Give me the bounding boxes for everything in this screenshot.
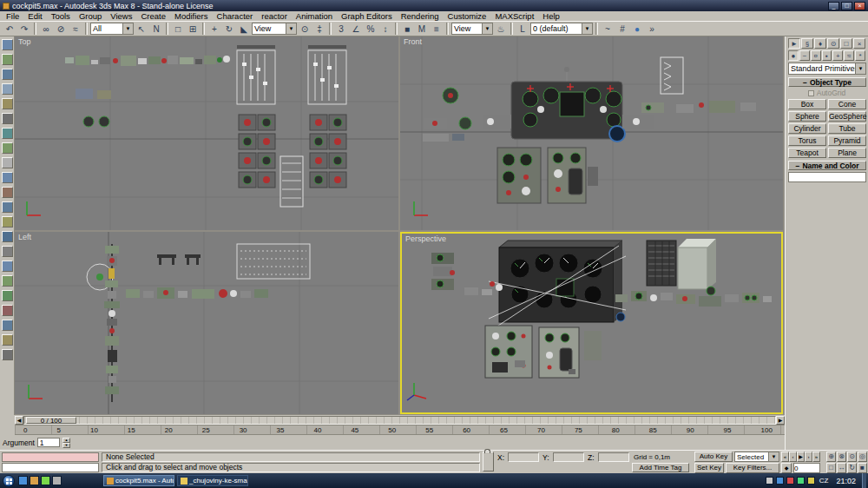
close-button[interactable]: × [854,2,865,10]
menu-maxscript[interactable]: MAXScript [490,11,538,21]
top-viewport-canvas[interactable] [15,36,398,230]
quick-render-icon[interactable]: » [645,23,659,36]
named-selection-sets-icon[interactable]: ■ [400,23,414,36]
reactor-plane-icon[interactable] [2,157,13,168]
tray-icon[interactable] [797,477,805,485]
selection-filter-dropdown[interactable]: All▼ [90,23,134,35]
category-lights-icon[interactable]: ¤ [811,50,821,61]
layer-manager-icon[interactable]: L [516,23,529,36]
category-shapes-icon[interactable]: ~ [799,50,810,61]
create-tube-button[interactable]: Tube [828,123,866,134]
category-helpers-icon[interactable]: + [832,50,843,61]
reactor-ragdoll-constraint-icon[interactable] [2,320,13,331]
go-to-end-button[interactable]: » [812,452,820,462]
bind-to-spacewarp-icon[interactable]: ≈ [69,23,82,36]
render-type-dropdown[interactable]: View▼ [451,23,493,35]
next-frame-button[interactable]: › [805,452,812,462]
menu-reactor[interactable]: reactor [257,11,292,21]
reactor-hinge-constraint-icon[interactable] [2,305,13,316]
reactor-preview-animation-icon[interactable] [2,334,13,346]
select-and-move-icon[interactable]: + [207,23,221,36]
schematic-view-icon[interactable]: # [615,23,629,36]
region-zoom-icon[interactable]: □ [826,463,836,473]
quick-launch-icon[interactable] [30,476,39,485]
menu-tools[interactable]: Tools [47,11,75,21]
tab-create[interactable]: ► [788,38,800,49]
play-button[interactable]: ▶ [797,452,805,462]
select-and-scale-icon[interactable]: ◣ [237,23,251,36]
reactor-rope-collection-icon[interactable] [2,83,13,95]
maxscript-listener-line[interactable] [2,463,99,472]
spinner-snap-icon[interactable]: ↕ [378,23,392,36]
snaps-toggle-icon[interactable]: 3 [334,23,348,36]
viewport-perspective[interactable]: Perspective [400,232,783,414]
key-filters-button[interactable]: Key Filters... [726,463,779,473]
reference-coordinate-dropdown[interactable]: View▼ [252,23,297,35]
name-color-rollout-header[interactable]: −Name and Color [788,161,866,170]
create-box-button[interactable]: Box [788,99,826,109]
layer-dropdown[interactable]: 0 (default)▼ [530,23,593,35]
zoom-all-icon[interactable]: ⊗ [837,452,846,462]
category-spacewarps-icon[interactable]: ≈ [844,50,854,61]
reactor-cloth-modifier-icon[interactable] [2,113,13,124]
key-mode-toggle[interactable]: ◆ [781,463,792,473]
viewport-front-label[interactable]: Front [404,37,422,46]
auto-key-button[interactable]: Auto Key [694,452,733,462]
select-and-link-icon[interactable]: ∞ [39,23,53,36]
reactor-fracture-icon[interactable] [2,260,13,272]
current-frame-field[interactable] [793,463,820,473]
reactor-wind-icon[interactable] [2,231,13,242]
redo-icon[interactable]: ↷ [17,23,31,36]
zoom-extents-all-icon[interactable]: ◎ [858,452,867,462]
reactor-rigid-body-collection-icon[interactable] [2,39,13,50]
menu-animation[interactable]: Animation [292,11,337,21]
category-systems-icon[interactable]: * [855,50,865,61]
argument-field[interactable] [37,438,60,447]
percent-snap-icon[interactable]: % [364,23,378,36]
autogrid-checkbox[interactable] [808,90,814,96]
go-to-start-button[interactable]: « [781,452,789,462]
time-slider-handle[interactable]: 0 / 100 [26,417,76,424]
menu-modifiers[interactable]: Modifiers [170,11,213,21]
quick-launch-icon[interactable] [41,476,50,485]
pan-icon[interactable]: ↔ [837,463,846,473]
viewport-left[interactable]: Left [15,232,398,414]
tab-utilities[interactable]: × [853,38,865,49]
material-editor-icon[interactable]: ● [630,23,644,36]
tab-motion[interactable]: ⊙ [827,38,839,49]
left-viewport-canvas[interactable] [15,232,398,414]
menu-edit[interactable]: Edit [23,11,46,21]
object-name-field[interactable] [788,172,866,182]
viewport-top-label[interactable]: Top [18,37,31,46]
menu-create[interactable]: Create [136,11,170,21]
menu-help[interactable]: Help [538,11,564,21]
tab-modify[interactable]: § [801,38,813,49]
curve-editor-icon[interactable]: ~ [601,23,615,36]
reactor-utilities-icon[interactable] [2,349,13,360]
angle-snap-icon[interactable]: ∠ [349,23,363,36]
reactor-soft-body-collection-icon[interactable] [2,69,13,80]
reactor-spring-icon[interactable] [2,172,13,183]
tab-display[interactable]: □ [840,38,852,49]
front-viewport-canvas[interactable] [400,36,783,230]
time-back-arrow[interactable]: ◀ [15,416,23,425]
undo-icon[interactable]: ↶ [3,23,16,36]
mirror-icon[interactable]: M [415,23,429,36]
quick-launch-icon[interactable] [18,476,28,485]
unlink-selection-icon[interactable]: ⊘ [54,23,68,36]
rectangular-selection-region-icon[interactable]: □ [171,23,185,36]
taskbar-clock[interactable]: 21:02 [832,477,859,485]
reactor-water-icon[interactable] [2,275,13,287]
quick-launch-icon[interactable] [52,476,62,485]
viewport-front[interactable]: Front [400,36,783,230]
start-button[interactable] [3,475,15,487]
argument-spinner[interactable]: ▲▼ [62,438,70,447]
viewport-top[interactable]: Top [15,36,398,230]
menu-group[interactable]: Group [75,11,106,21]
category-geometry-icon[interactable]: ● [788,50,799,61]
object-type-rollout-header[interactable]: −Object Type [788,77,866,87]
macro-recorder-line[interactable] [2,452,99,462]
tray-volume-icon[interactable] [807,477,815,485]
reactor-toy-car-icon[interactable] [2,246,13,257]
create-plane-button[interactable]: Plane [828,148,866,158]
